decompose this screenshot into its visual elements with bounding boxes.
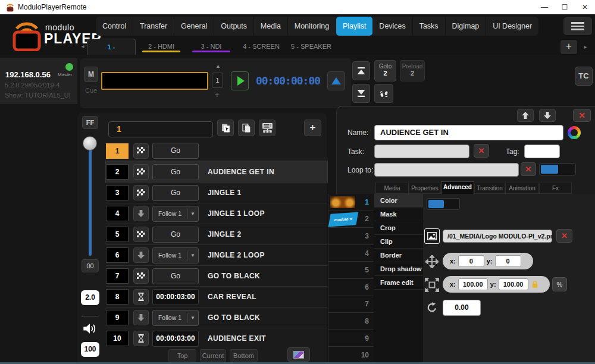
name-input[interactable]: AUDIENCE GET IN (374, 125, 563, 140)
scroll-current-button[interactable]: Current (200, 349, 226, 362)
flag-icon[interactable] (133, 227, 149, 242)
cue-add-icon[interactable]: + (215, 90, 220, 99)
layer-row-8[interactable]: 8 (328, 313, 374, 330)
skip-to-top-button[interactable] (352, 61, 370, 80)
side-menu-crop[interactable]: Crop (374, 221, 423, 235)
editor-tab-transition[interactable]: Transition (474, 183, 505, 194)
media-path-field[interactable]: /01_MEDIA/Logo MODULO-PI_v2.png (443, 230, 552, 243)
scale-y-input[interactable] (499, 278, 528, 290)
row-number[interactable]: 8 (106, 289, 129, 305)
hourglass-icon[interactable] (133, 289, 149, 305)
editor-tab-media[interactable]: Media (375, 183, 409, 194)
follow-dropdown[interactable]: Follow 1 ▼ (152, 310, 199, 326)
arrow-down-icon[interactable] (133, 206, 149, 221)
arrow-down-icon[interactable] (133, 247, 149, 263)
move-down-button[interactable] (539, 109, 556, 122)
media-picker-button[interactable] (424, 228, 440, 244)
volume-slider-thumb[interactable] (83, 136, 97, 150)
task-input[interactable] (374, 145, 469, 158)
go-button[interactable]: Go (152, 185, 199, 201)
editor-tab-fx[interactable]: Fx (539, 183, 572, 194)
follow-dropdown[interactable]: Follow 1 ▼ (152, 206, 199, 222)
editor-tab-properties[interactable]: Properties (409, 183, 441, 194)
minimize-button[interactable]: — (534, 0, 555, 14)
tab-screen[interactable]: 4 - SCREEN (237, 39, 286, 55)
tab-speaker[interactable]: 5 - SPEAKER (287, 39, 336, 55)
percent-button[interactable]: % (552, 277, 567, 291)
playlist-row-10[interactable]: 10 00:00:03:00 AUDIENCE EXIT (106, 328, 327, 349)
nav-tab-monitoring[interactable]: Monitoring (288, 17, 336, 36)
duration-field[interactable]: 00:00:03:00 (152, 289, 199, 305)
row-number[interactable]: 3 (106, 185, 129, 200)
nav-tab-playlist[interactable]: Playlist (336, 17, 372, 36)
tabs-scroll-left-icon[interactable]: ◂ (79, 41, 87, 52)
loop-toggle[interactable] (539, 163, 576, 175)
flag-icon[interactable] (133, 268, 149, 284)
side-menu-mask[interactable]: Mask (374, 208, 423, 221)
pos-y-input[interactable] (495, 255, 521, 267)
m-button[interactable]: M (84, 67, 98, 82)
hourglass-icon[interactable] (133, 331, 149, 346)
go-button[interactable]: Go (152, 268, 199, 284)
clear-task-button[interactable]: ✕ (474, 144, 489, 158)
row-number[interactable]: 10 (106, 331, 129, 346)
go-button[interactable]: Go (152, 227, 199, 243)
tabs-scroll-right-icon[interactable]: ▸ (581, 41, 590, 53)
volume-field[interactable]: 100 (81, 342, 99, 357)
playlist-row-8[interactable]: 8 00:00:03:00 CAR REVEAL (106, 286, 327, 307)
playlist-row-9[interactable]: 9 Follow 1 ▼ GO TO BLACK (106, 307, 327, 328)
row-number[interactable]: 1 (106, 143, 129, 159)
layer-row-3[interactable]: 3 (328, 228, 374, 245)
side-menu-frame-edit[interactable]: Frame edit (374, 276, 423, 290)
nav-tab-ui-designer[interactable]: UI Designer (486, 17, 538, 36)
layer-row-1[interactable]: 1 (328, 194, 374, 211)
row-number[interactable]: 7 (106, 268, 129, 284)
volume-slider-track[interactable] (89, 143, 92, 256)
close-button[interactable]: ✕ (575, 0, 595, 14)
zero-button[interactable]: 00 (82, 259, 99, 272)
go-button[interactable]: Go (152, 164, 199, 180)
playlist-row-4[interactable]: 4 Follow 1 ▼ JINGLE 1 LOOP (106, 203, 327, 224)
copy-cue-button[interactable] (238, 120, 255, 136)
nav-tab-devices[interactable]: Devices (372, 17, 412, 36)
side-menu-border[interactable]: Border (374, 249, 423, 262)
color-wheel-icon[interactable] (568, 126, 581, 139)
go-button[interactable]: Go (152, 143, 199, 159)
layer-row-6[interactable]: 6 (328, 279, 374, 296)
row-number[interactable]: 2 (106, 164, 129, 180)
duration-field[interactable]: 00:00:03:00 (152, 331, 199, 347)
paste-cue-button[interactable] (217, 120, 234, 136)
tc-button[interactable]: TC (575, 67, 593, 86)
scroll-bottom-button[interactable]: Bottom (230, 349, 258, 362)
playlist-row-7[interactable]: 7 Go GO TO BLACK (106, 265, 327, 286)
move-up-button[interactable] (517, 109, 534, 122)
timecode-up-button[interactable] (327, 71, 345, 90)
pos-x-input[interactable] (458, 255, 484, 267)
lock-icon[interactable] (531, 280, 538, 288)
row-number[interactable]: 9 (106, 310, 129, 325)
nav-tab-media[interactable]: Media (254, 17, 288, 36)
playlist-cue-input[interactable]: 1 (108, 121, 213, 137)
side-menu-clip[interactable]: Clip (374, 235, 423, 249)
playlist-row-3[interactable]: 3 Go JINGLE 1 (106, 182, 327, 203)
clear-media-button[interactable]: ✕ (556, 229, 572, 243)
playlist-row-2[interactable]: 2 Go AUDIENCE GET IN (106, 161, 327, 182)
speed-field[interactable]: 2.0 (81, 290, 99, 305)
layer-row-4[interactable]: 4 (328, 245, 374, 262)
color-enable-toggle[interactable] (427, 198, 460, 210)
skip-to-bottom-button[interactable] (352, 84, 370, 103)
scale-x-input[interactable] (458, 278, 488, 290)
flag-icon[interactable] (133, 164, 149, 180)
delete-cue-button[interactable]: ✕ (573, 109, 591, 122)
thumbnail-view-button[interactable] (287, 347, 310, 362)
row-number[interactable]: 6 (106, 247, 129, 263)
row-number[interactable]: 5 (106, 227, 129, 242)
cue-count-field[interactable]: 1 (212, 73, 223, 88)
flag-icon[interactable] (133, 185, 149, 200)
playlist-row-1[interactable]: 1 Go (106, 140, 327, 161)
tag-input[interactable] (524, 145, 560, 158)
row-number[interactable]: 4 (106, 206, 129, 221)
editor-tab-animation[interactable]: Animation (505, 183, 539, 194)
preload-button[interactable]: Preload 2 (400, 60, 425, 81)
maximize-button[interactable]: ☐ (555, 0, 575, 14)
